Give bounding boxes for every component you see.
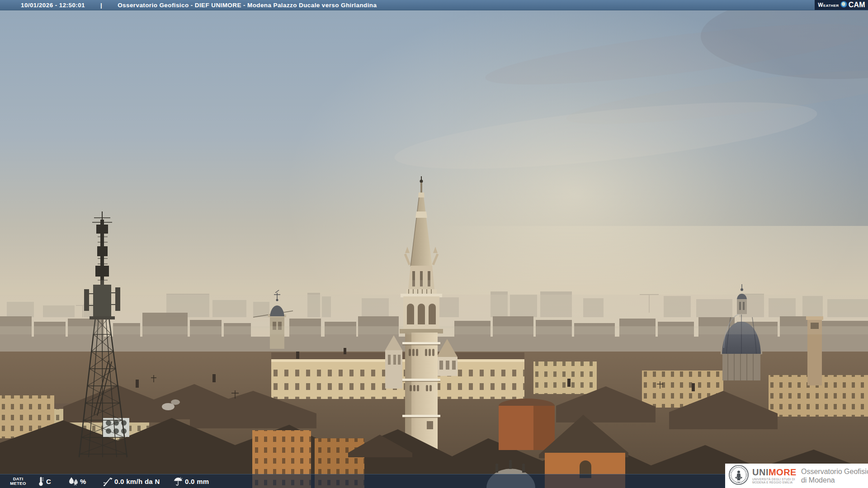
wind-icon — [102, 474, 113, 488]
title-bar: 10/01/2026 - 12:50:01 | Osservatorio Geo… — [0, 0, 868, 10]
temperature-value: C — [46, 474, 51, 488]
wind-value: 0.0 km/h da N — [114, 474, 160, 488]
webcam-page: 10/01/2026 - 12:50:01 | Osservatorio Geo… — [0, 0, 868, 488]
humidity-icon — [68, 474, 80, 488]
weathercam-logo: Weather CAM — [815, 0, 868, 10]
separator: | — [100, 2, 102, 9]
university-line2: MODENA E REGGIO EMILIA — [752, 481, 797, 484]
weather-data-label: DATI METEO — [6, 474, 30, 488]
humidity-value: % — [80, 474, 86, 488]
unimore-logo-box: UNIMORE UNIVERSITÀ DEGLI STUDI DI MODENA… — [725, 464, 868, 488]
university-line1: UNIVERSITÀ DEGLI STUDI DI — [752, 478, 797, 481]
city-panorama-photo — [0, 0, 868, 488]
unimore-wordmark: UNIMORE UNIVERSITÀ DEGLI STUDI DI MODENA… — [752, 468, 797, 484]
unimore-seal-icon — [728, 465, 749, 487]
page-title: Osservatorio Geofisico - DIEF UNIMORE - … — [118, 2, 377, 9]
weathercam-globe-icon — [840, 1, 847, 9]
weathercam-cam-label: CAM — [849, 1, 865, 9]
rain-icon — [173, 474, 183, 488]
timestamp: 10/01/2026 - 12:50:01 — [21, 2, 85, 9]
thermometer-icon — [38, 474, 44, 488]
rain-value: 0.0 mm — [185, 474, 209, 488]
observatory-name: Osservatorio Geofisico di Modena — [801, 467, 868, 484]
weathercam-weather-label: Weather — [818, 2, 839, 8]
